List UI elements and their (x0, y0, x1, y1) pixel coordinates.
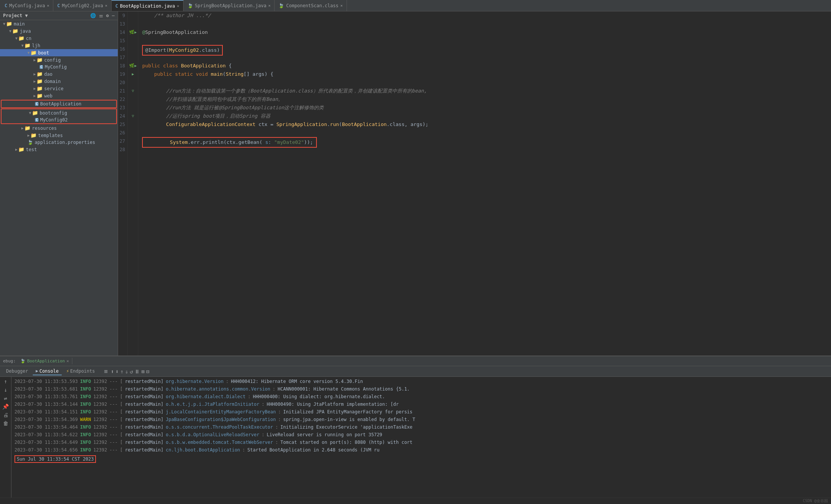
cl-23: //run方法 就是运行被@SpringBootApplication这个注解修… (142, 104, 827, 112)
tree-cn[interactable]: ▼ 📁 cn (0, 35, 118, 42)
tree-web[interactable]: ▶ 📁 web (0, 92, 118, 99)
tab-componentscan-label: ComponentScan.class (286, 3, 338, 8)
bootconfig-group: ▼ 📁 bootconfig C MyConfig02 (1, 108, 117, 124)
down-arrow-icon[interactable]: ↓ (4, 387, 7, 393)
gc-19[interactable]: ▶ (128, 70, 138, 78)
tree-appprops[interactable]: 🍃 application.properties (0, 139, 118, 146)
log-line-10: 2023-07-30 11:33:54.656 INFO 12392 --- [… (11, 446, 831, 454)
gc-21[interactable]: ▽ (128, 87, 138, 95)
trash-icon[interactable]: 🗑 (3, 420, 8, 426)
console-content[interactable]: 2023-07-30 11:33:53.593 INFO 12392 --- [… (11, 377, 831, 498)
tab-myconfig-close[interactable]: ✕ (47, 3, 49, 8)
tree-domain[interactable]: ▶ 📁 domain (0, 78, 118, 85)
tree-config[interactable]: ▶ 📁 config (0, 56, 118, 64)
tree-appprops-label: application.properties (35, 140, 95, 145)
toolbar-up-icon[interactable]: ⬆ (111, 368, 114, 375)
ln-22: 22 (120, 95, 125, 104)
tree-ljh[interactable]: ▼ 📁 ljh (0, 42, 118, 49)
cl-22: //并扫描该配置类相同包中或其子包下的所有Bean。 (142, 95, 827, 104)
scroll-icon[interactable]: ⇌ (4, 395, 7, 401)
gc-26 (128, 129, 138, 137)
up-arrow-icon[interactable]: ↑ (4, 378, 7, 384)
log-pid-9: 12392 (93, 439, 107, 446)
tree-main-label: main (14, 21, 25, 27)
log-thread-9: restartedMain] (125, 439, 163, 446)
debug-session-name: BootApplication (27, 359, 65, 364)
log-line-2: 2023-07-30 11:33:53.681 INFO 12392 --- [… (11, 385, 831, 393)
toolbar-columns-icon[interactable]: ⊟ (146, 368, 149, 375)
debug-session-close[interactable]: ✕ (66, 359, 69, 364)
log-line-3: 2023-07-30 11:33:53.761 INFO 12392 --- [… (11, 393, 831, 400)
toolbar-upload-icon[interactable]: ⇑ (120, 368, 123, 375)
print-icon[interactable]: 🖨 (3, 412, 8, 418)
sidebar-settings-icon[interactable]: ⚙ (106, 13, 109, 18)
log-msg-5: Initialized JPA EntityManagerFactory for… (283, 408, 413, 415)
tree-java-label: java (20, 29, 31, 34)
editor-content[interactable]: 9 13 14 15 16 17 18 19 20 21 22 23 24 25… (118, 11, 831, 356)
tab-c-icon3: C (115, 3, 118, 9)
console-tab[interactable]: ▶ Console (33, 368, 62, 375)
debug-session-item[interactable]: 🍃 BootApplication ✕ (17, 358, 72, 364)
debugger-tab[interactable]: Debugger (3, 368, 31, 375)
toolbar-down-icon[interactable]: ⬇ (115, 368, 118, 375)
tree-main[interactable]: ▼ 📁 main (0, 20, 118, 27)
tab-springbootapp[interactable]: 🍃 SpringBootApplication.java ✕ (184, 0, 275, 11)
toolbar-list-icon[interactable]: ≡ (104, 368, 108, 375)
tab-bootapplication-close[interactable]: ✕ (177, 4, 179, 8)
log-pid-1: 12392 (93, 378, 107, 385)
pin-icon[interactable]: 📌 (2, 404, 9, 410)
folder-domain-icon: 📁 (37, 78, 43, 84)
log-line-4: 2023-07-30 11:33:54.144 INFO 12392 --- [… (11, 400, 831, 408)
tab-springbootapp-close[interactable]: ✕ (268, 3, 270, 8)
log-thread-6: restartedMain] (125, 416, 163, 423)
gc-24[interactable]: ▽ (128, 112, 138, 120)
log-bracket-6: [ (120, 416, 123, 423)
tree-test[interactable]: ▶ 📁 test (0, 146, 118, 153)
log-level-7: INFO (80, 424, 91, 431)
tree-myconfig[interactable]: C MyConfig (0, 64, 118, 70)
tree-bootapplication[interactable]: C BootApplication (1, 100, 117, 108)
log-class-3: org.hibernate.dialect.Dialect (166, 393, 246, 400)
ln-13: 13 (120, 20, 125, 28)
sidebar-layout-icon[interactable]: ⚌ (99, 13, 103, 18)
tree-dao-label: dao (44, 72, 53, 77)
tab-myconfig[interactable]: C MyConfig.java ✕ (1, 0, 53, 11)
log-ts-10: 2023-07-30 11:33:54.656 (14, 447, 78, 453)
log-colon-4: : (262, 401, 264, 408)
tab-bootapplication[interactable]: C BootApplication.java ✕ (112, 0, 184, 11)
toolbar-grid-icon[interactable]: ⊞ (141, 368, 144, 375)
tab-myconfig02-label: MyConfig02.java (62, 3, 103, 8)
log-line-9: 2023-07-30 11:33:54.649 INFO 12392 --- [… (11, 439, 831, 446)
tree-myconfig02[interactable]: C MyConfig02 (2, 116, 116, 123)
tab-myconfig02[interactable]: C MyConfig02.java ✕ (53, 0, 112, 11)
tab-myconfig02-close[interactable]: ✕ (105, 3, 107, 8)
tree-templates[interactable]: ▶ 📁 templates (0, 132, 118, 139)
toolbar-download-icon[interactable]: ⇓ (125, 368, 128, 375)
log-ts-5: 2023-07-30 11:33:54.151 (14, 408, 78, 415)
sidebar-globe-icon[interactable]: 🌐 (90, 13, 96, 18)
endpoints-tab[interactable]: ⚡ Endpoints (63, 368, 98, 375)
toolbar-pause-icon[interactable]: ⏸ (134, 368, 140, 375)
log-thread-8: restartedMain] (125, 431, 163, 438)
tree-boot[interactable]: ▼ 📁 boot (0, 49, 118, 56)
tab-componentscan[interactable]: 🍃 ComponentScan.class ✕ (275, 0, 347, 11)
tree-resources[interactable]: ▶ 📁 resources (0, 124, 118, 132)
tree-dao[interactable]: ▶ 📁 dao (0, 70, 118, 78)
gc-22 (128, 95, 138, 104)
toolbar-refresh-icon[interactable]: ↺ (130, 368, 133, 375)
cl-13 (142, 20, 827, 28)
gc-14[interactable]: 🌿▶ (128, 28, 138, 37)
log-msg-3: HHH000400: Using dialect: org.hibernate.… (253, 393, 385, 400)
tree-bootconfig[interactable]: ▼ 📁 bootconfig (2, 109, 116, 116)
ln-25: 25 (120, 120, 125, 129)
gc-23 (128, 104, 138, 112)
sidebar-minimize-icon[interactable]: — (112, 13, 115, 18)
tree-java[interactable]: ▼ 📁 java (0, 27, 118, 35)
gc-27 (128, 137, 138, 145)
log-thread-5: restartedMain] (125, 408, 163, 415)
tree-service[interactable]: ▶ 📁 service (0, 85, 118, 92)
tab-componentscan-close[interactable]: ✕ (340, 3, 343, 8)
tree-resources-label: resources (32, 126, 57, 131)
log-sep-5: --- (109, 408, 118, 415)
gc-18[interactable]: 🌿▶ (128, 62, 138, 70)
